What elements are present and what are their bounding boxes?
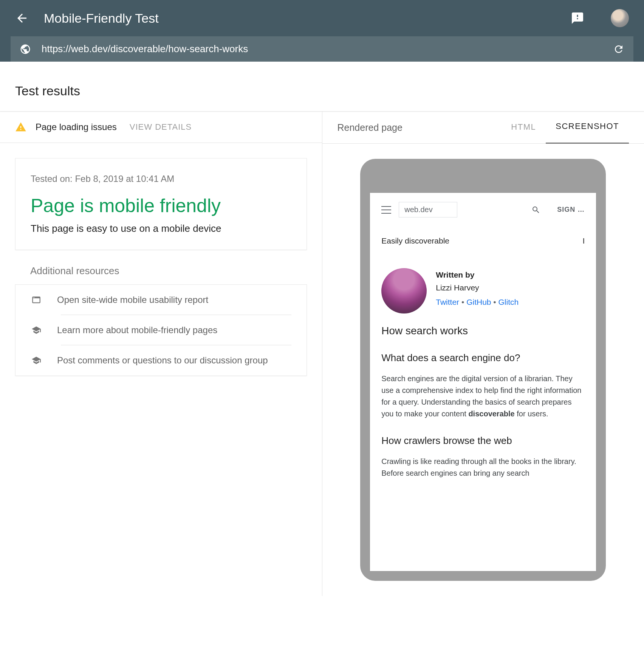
- site-input: web.dev: [399, 202, 457, 217]
- tab-screenshot[interactable]: SCREENSHOT: [546, 121, 629, 144]
- article-paragraph: Search engines are the digital version o…: [381, 373, 585, 420]
- left-panel: Page loading issues VIEW DETAILS Tested …: [0, 112, 322, 596]
- warning-icon: [15, 121, 26, 133]
- rendered-page-label: Rendered page: [337, 122, 502, 133]
- phone-frame: web.dev SIGN … Easily discoverable I Wri…: [360, 159, 606, 581]
- written-by-label: Written by: [436, 270, 519, 279]
- resource-text: Open site-wide mobile usability report: [57, 295, 208, 305]
- app-title: Mobile-Friendly Test: [44, 11, 556, 26]
- url-bar: [11, 36, 633, 62]
- author-avatar: [381, 268, 427, 313]
- tested-on-text: Tested on: Feb 8, 2019 at 10:41 AM: [31, 174, 291, 184]
- tab-html[interactable]: HTML: [501, 122, 546, 143]
- globe-icon: [20, 43, 31, 55]
- article-h2: How crawlers browse the web: [381, 435, 585, 447]
- feedback-icon[interactable]: [571, 11, 584, 25]
- breadcrumb: Easily discoverable: [381, 236, 449, 245]
- breadcrumb-indicator: I: [582, 236, 585, 245]
- author-links: Twitter • GitHub • Glitch: [436, 298, 519, 307]
- search-icon: [531, 205, 540, 214]
- author-name: Lizzi Harvey: [436, 283, 519, 292]
- resource-discussion-group[interactable]: Post comments or questions to our discus…: [15, 345, 307, 376]
- article-title: How search works: [381, 325, 585, 337]
- app-header: Mobile-Friendly Test: [0, 0, 644, 62]
- section-title: Test results: [0, 72, 644, 111]
- back-arrow-icon[interactable]: [15, 11, 29, 25]
- resource-learn-more[interactable]: Learn more about mobile-friendly pages: [15, 315, 307, 345]
- resource-text: Post comments or questions to our discus…: [57, 355, 268, 366]
- resources-card: Open site-wide mobile usability report L…: [15, 284, 307, 376]
- github-link: GitHub: [466, 298, 491, 306]
- article-h2: What does a search engine do?: [381, 352, 585, 364]
- resource-usability-report[interactable]: Open site-wide mobile usability report: [15, 285, 307, 315]
- view-details-button[interactable]: VIEW DETAILS: [130, 122, 192, 132]
- resources-heading: Additional resources: [30, 265, 307, 277]
- result-card: Tested on: Feb 8, 2019 at 10:41 AM Page …: [15, 158, 307, 250]
- web-icon: [31, 295, 42, 305]
- issues-text: Page loading issues: [36, 122, 117, 132]
- school-icon: [31, 325, 42, 335]
- resource-text: Learn more about mobile-friendly pages: [57, 325, 217, 335]
- phone-screen: web.dev SIGN … Easily discoverable I Wri…: [370, 193, 596, 571]
- verdict-title: Page is mobile friendly: [31, 195, 291, 217]
- right-panel: Rendered page HTML SCREENSHOT web.dev SI…: [322, 112, 644, 596]
- school-icon: [31, 355, 42, 365]
- verdict-subtext: This page is easy to use on a mobile dev…: [31, 223, 291, 234]
- issues-bar: Page loading issues VIEW DETAILS: [0, 112, 322, 143]
- user-avatar[interactable]: [611, 9, 629, 27]
- refresh-icon[interactable]: [613, 43, 624, 55]
- url-input[interactable]: [42, 43, 602, 55]
- article-paragraph: Crawling is like reading through all the…: [381, 456, 585, 479]
- sign-in-link: SIGN …: [557, 206, 585, 214]
- glitch-link: Glitch: [498, 298, 519, 306]
- hamburger-icon: [381, 206, 391, 214]
- twitter-link: Twitter: [436, 298, 459, 306]
